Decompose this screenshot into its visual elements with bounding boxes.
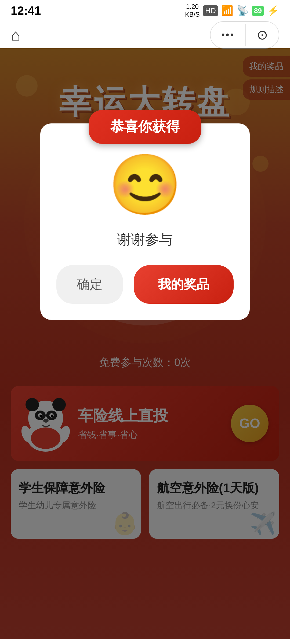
battery-indicator: 89 [252, 6, 264, 16]
modal-header-badge: 恭喜你获得 [89, 110, 201, 144]
status-time: 12:41 [11, 4, 41, 17]
wifi-icon: 📡 [237, 5, 249, 16]
confirm-button[interactable]: 确定 [56, 265, 123, 304]
main-content: 我的奖品 规则描述 幸运大转盘 [0, 48, 290, 639]
result-modal: 恭喜你获得 😊 谢谢参与 确定 我的奖品 [40, 123, 250, 320]
status-icons: 1.20KB/S HD 📶 📡 89 ⚡ [185, 3, 279, 19]
prize-message: 谢谢参与 [56, 230, 234, 249]
nav-right-controls: ••• ⊙ [210, 21, 279, 49]
network-speed: 1.20KB/S [185, 3, 200, 19]
record-button[interactable]: ⊙ [246, 22, 279, 48]
hd-icon: HD [203, 5, 218, 16]
home-icon[interactable]: ⌂ [11, 26, 20, 44]
prize-emoji: 😊 [56, 150, 234, 219]
my-prizes-button[interactable]: 我的奖品 [134, 265, 234, 304]
modal-buttons: 确定 我的奖品 [56, 265, 234, 304]
status-bar: 12:41 1.20KB/S HD 📶 📡 89 ⚡ [0, 0, 290, 21]
top-nav: ⌂ ••• ⊙ [0, 21, 290, 48]
charging-icon: ⚡ [267, 5, 279, 16]
modal-overlay: 恭喜你获得 😊 谢谢参与 确定 我的奖品 [0, 48, 290, 639]
more-options-button[interactable]: ••• [211, 24, 246, 46]
signal-icon: 📶 [221, 5, 233, 16]
